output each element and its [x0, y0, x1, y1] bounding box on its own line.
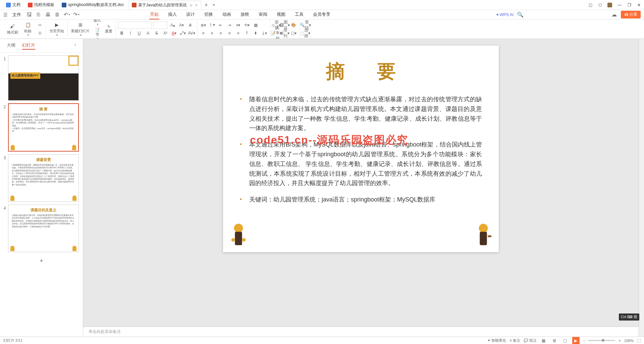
notes-toggle[interactable]: ≡ 备注: [509, 338, 520, 343]
wps-ai-button[interactable]: ✦ WPS AI: [496, 12, 514, 17]
notes-area[interactable]: 单击此处添加备注: [83, 327, 639, 337]
menu-tab-view[interactable]: 视图: [276, 10, 286, 19]
close-window-button[interactable]: ✕: [637, 3, 641, 7]
cloud-icon[interactable]: ☁: [611, 11, 618, 18]
zoom-out-button[interactable]: −: [583, 339, 585, 343]
tab-template[interactable]: 找稻壳模板: [24, 1, 58, 9]
ime-badge[interactable]: CH ⌨ 简: [619, 313, 639, 321]
cut-button[interactable]: ✂: [36, 21, 44, 29]
align-middle-button[interactable]: ⬍: [252, 30, 259, 37]
slide-thumbnail-2[interactable]: 摘 要 ▪ 随着信息时代的来临，过去的传统管理方式缺点逐渐暴露，对过去的传统管理…: [8, 103, 79, 152]
minimize-button[interactable]: —: [617, 3, 622, 7]
bullet-item[interactable]: 随着信息时代的来临，过去的传统管理方式缺点逐渐暴露，对过去的传统管理方式的缺点进…: [240, 95, 482, 133]
bullet-item[interactable]: 本文通过采用B/S架构，MySQL数据库以及java语言、springboot框…: [240, 140, 482, 188]
zoom-slider[interactable]: [588, 340, 615, 341]
zoom-level[interactable]: 100%: [624, 339, 634, 343]
slides-tab[interactable]: 幻灯片: [22, 42, 35, 50]
menu-tab-insert[interactable]: 插入: [167, 10, 177, 19]
menu-tab-review[interactable]: 审阅: [258, 10, 268, 19]
export-icon[interactable]: ⎘: [35, 11, 42, 18]
menu-tab-animation[interactable]: 动画: [222, 10, 232, 19]
align-left-button[interactable]: ≡: [200, 30, 207, 37]
slide-thumbnail-1[interactable]: 幼儿园管理系统PPT: [8, 55, 79, 101]
copy-button[interactable]: ⎘: [36, 30, 44, 37]
select-button[interactable]: ⬚ 选择▾: [302, 30, 309, 37]
distribute-button[interactable]: ≡: [234, 30, 242, 37]
sorter-view-icon[interactable]: ⊞: [551, 337, 558, 344]
text-direction-button[interactable]: ⟲▾: [243, 21, 251, 29]
increase-font-button[interactable]: A▴: [169, 21, 176, 29]
align-center-button[interactable]: ≡: [208, 30, 216, 37]
decrease-indent-button[interactable]: ⇤: [217, 21, 224, 29]
normal-view-icon[interactable]: ▦: [540, 337, 547, 344]
window-tab-icon[interactable]: ▢: [588, 3, 593, 7]
slide-canvas[interactable]: 摘 要 随着信息时代的来临，过去的传统管理方式缺点逐渐暴露，对过去的传统管理方式…: [83, 39, 639, 327]
slide-bullets[interactable]: 随着信息时代的来临，过去的传统管理方式缺点逐渐暴露，对过去的传统管理方式的缺点进…: [240, 95, 482, 205]
increase-indent-button[interactable]: ⇥: [226, 21, 233, 29]
close-icon[interactable]: ⊙: [190, 3, 192, 7]
tab-word[interactable]: springboot88sly数据库文档.doc: [58, 1, 127, 9]
align-top-button[interactable]: ⤒: [243, 30, 251, 37]
font-size-select[interactable]: [153, 21, 168, 29]
reading-view-icon[interactable]: ▢: [561, 337, 569, 344]
right-sidebar[interactable]: [639, 39, 644, 337]
tab-ppt-active[interactable]: 基于Java的幼儿园管理系统⊙✕: [128, 1, 201, 9]
line-spacing-button[interactable]: ≡▾: [234, 21, 242, 29]
layout-button[interactable]: 版式▾: [92, 19, 102, 26]
fill-icon[interactable]: 🎨: [290, 21, 297, 29]
file-menu[interactable]: 文件: [10, 11, 23, 18]
slide-title[interactable]: 摘 要: [240, 59, 482, 84]
clear-format-button[interactable]: A̷: [186, 21, 194, 29]
paste-button[interactable]: 📋粘贴▾: [21, 21, 35, 37]
maximize-button[interactable]: ❐: [627, 3, 632, 7]
align-right-button[interactable]: ≡: [217, 30, 224, 37]
current-slide[interactable]: 摘 要 随着信息时代的来临，过去的传统管理方式缺点逐渐暴露，对过去的传统管理方式…: [223, 46, 499, 252]
strikethrough-button[interactable]: S̶: [153, 30, 160, 37]
cube-icon[interactable]: ⬡: [598, 3, 602, 7]
menu-tab-member[interactable]: 会员专享: [312, 10, 331, 19]
menu-tab-design[interactable]: 设计: [185, 10, 196, 19]
smart-beautify-button[interactable]: ✦ 智能美化: [487, 338, 506, 343]
justify-button[interactable]: ≡: [226, 30, 233, 37]
bold-button[interactable]: B: [118, 30, 125, 37]
format-painter-button[interactable]: 🖌格式刷: [5, 22, 19, 36]
bullet-list-button[interactable]: ≣▾: [200, 21, 207, 29]
font-family-select[interactable]: [118, 21, 152, 29]
slideshow-view-icon[interactable]: ▶: [572, 337, 580, 344]
char-spacing-button[interactable]: AV▾: [188, 30, 195, 37]
outline-icon[interactable]: ▢▾: [290, 30, 297, 37]
save-icon[interactable]: 🖫: [26, 11, 33, 18]
add-slide-button[interactable]: +: [40, 257, 43, 264]
menu-tab-slideshow[interactable]: 放映: [240, 10, 250, 19]
slide-thumbnail-4[interactable]: 课题目的及意义 ▪ 随着社会的进步日新月异，传统的纸质管理方式弊端日益显露出来并…: [8, 205, 79, 252]
font-color-button[interactable]: A▾: [170, 30, 178, 37]
bullet-item[interactable]: 关键词：幼儿园管理系统；java语言；springboot框架；MySQL数据库: [240, 195, 482, 205]
tab-doc[interactable]: 文档: [3, 1, 24, 9]
new-tab-button[interactable]: +: [202, 1, 210, 9]
avatar-icon[interactable]: [607, 3, 612, 7]
tab-menu-button[interactable]: ▾: [210, 2, 217, 7]
tab-close-icon[interactable]: ✕: [195, 3, 198, 7]
italic-button[interactable]: I: [127, 30, 134, 37]
fit-window-button[interactable]: ⛶: [637, 339, 641, 343]
align-bottom-button[interactable]: ⤓▾: [261, 30, 268, 37]
redo-button[interactable]: ↷▾: [73, 11, 79, 18]
print-icon[interactable]: 🖶: [45, 11, 51, 18]
textbox-button[interactable]: 📝 文本框▾: [272, 30, 280, 37]
hamburger-icon[interactable]: ☰: [3, 12, 8, 17]
slide-thumbnail-3[interactable]: 课题背景 ▪ 随着网络的迅速发展，网络技术的应用越来越广泛，信息化技术发展迅速。…: [8, 154, 79, 202]
shadow-button[interactable]: A: [144, 30, 152, 37]
arrange-button[interactable]: ⊞ 排列▾: [281, 30, 288, 37]
menu-tab-transition[interactable]: 切换: [204, 10, 214, 19]
print-preview-icon[interactable]: 🗎: [54, 11, 61, 18]
outline-tab[interactable]: 大纲: [7, 42, 15, 50]
decrease-font-button[interactable]: A▾: [178, 21, 185, 29]
undo-button[interactable]: ↶▾: [63, 11, 70, 18]
menu-tab-start[interactable]: 开始: [149, 10, 159, 19]
highlight-button[interactable]: 🖍▾: [179, 30, 186, 37]
underline-button[interactable]: U: [136, 30, 143, 37]
new-slide-button[interactable]: ⊞新建幻灯片▾: [70, 21, 91, 37]
number-list-button[interactable]: ⒈▾: [208, 21, 216, 29]
comments-toggle[interactable]: 💬 批注: [524, 338, 537, 343]
collapse-panel-icon[interactable]: ‹: [74, 42, 76, 50]
